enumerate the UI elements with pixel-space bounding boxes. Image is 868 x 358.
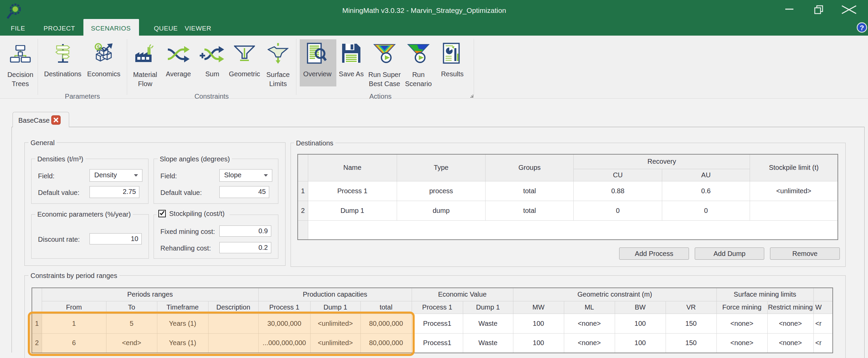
svg-text:$: $: [97, 44, 100, 50]
svg-text:?: ?: [860, 24, 864, 32]
